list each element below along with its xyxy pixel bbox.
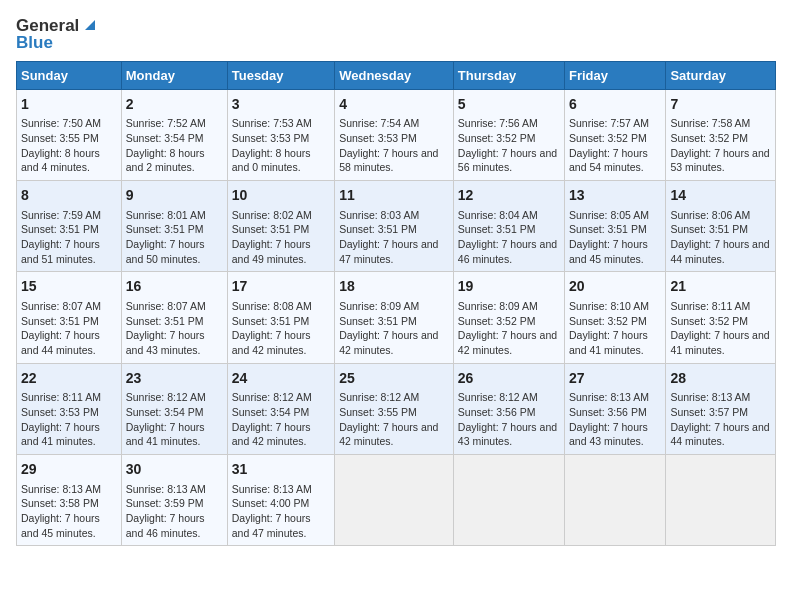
sunset-text: Sunset: 3:51 PM xyxy=(339,223,417,235)
logo: General Blue xyxy=(16,16,101,53)
calendar-cell: 28Sunrise: 8:13 AMSunset: 3:57 PMDayligh… xyxy=(666,363,776,454)
sunrise-text: Sunrise: 7:58 AM xyxy=(670,117,750,129)
calendar-cell: 25Sunrise: 8:12 AMSunset: 3:55 PMDayligh… xyxy=(335,363,454,454)
daylight-text: Daylight: 7 hours and 43 minutes. xyxy=(569,421,648,448)
calendar-cell: 14Sunrise: 8:06 AMSunset: 3:51 PMDayligh… xyxy=(666,181,776,272)
week-row-3: 15Sunrise: 8:07 AMSunset: 3:51 PMDayligh… xyxy=(17,272,776,363)
day-number: 9 xyxy=(126,186,223,206)
sunrise-text: Sunrise: 7:53 AM xyxy=(232,117,312,129)
daylight-text: Daylight: 7 hours and 53 minutes. xyxy=(670,147,769,174)
sunset-text: Sunset: 3:51 PM xyxy=(126,223,204,235)
calendar-cell: 3Sunrise: 7:53 AMSunset: 3:53 PMDaylight… xyxy=(227,89,334,180)
day-number: 27 xyxy=(569,369,661,389)
sunset-text: Sunset: 3:55 PM xyxy=(339,406,417,418)
day-number: 19 xyxy=(458,277,560,297)
sunrise-text: Sunrise: 7:59 AM xyxy=(21,209,101,221)
calendar-cell: 22Sunrise: 8:11 AMSunset: 3:53 PMDayligh… xyxy=(17,363,122,454)
daylight-text: Daylight: 7 hours and 46 minutes. xyxy=(458,238,557,265)
day-number: 15 xyxy=(21,277,117,297)
daylight-text: Daylight: 7 hours and 41 minutes. xyxy=(21,421,100,448)
day-number: 11 xyxy=(339,186,449,206)
daylight-text: Daylight: 7 hours and 44 minutes. xyxy=(670,421,769,448)
sunrise-text: Sunrise: 8:13 AM xyxy=(569,391,649,403)
daylight-text: Daylight: 8 hours and 2 minutes. xyxy=(126,147,205,174)
column-header-monday: Monday xyxy=(121,61,227,89)
calendar-cell: 19Sunrise: 8:09 AMSunset: 3:52 PMDayligh… xyxy=(453,272,564,363)
daylight-text: Daylight: 7 hours and 41 minutes. xyxy=(569,329,648,356)
sunset-text: Sunset: 3:55 PM xyxy=(21,132,99,144)
sunset-text: Sunset: 3:52 PM xyxy=(458,315,536,327)
sunset-text: Sunset: 3:51 PM xyxy=(339,315,417,327)
sunset-text: Sunset: 3:51 PM xyxy=(458,223,536,235)
day-number: 2 xyxy=(126,95,223,115)
calendar-cell: 27Sunrise: 8:13 AMSunset: 3:56 PMDayligh… xyxy=(565,363,666,454)
calendar-cell: 26Sunrise: 8:12 AMSunset: 3:56 PMDayligh… xyxy=(453,363,564,454)
logo-blue: Blue xyxy=(16,34,53,53)
daylight-text: Daylight: 7 hours and 54 minutes. xyxy=(569,147,648,174)
sunset-text: Sunset: 3:59 PM xyxy=(126,497,204,509)
day-number: 1 xyxy=(21,95,117,115)
day-number: 16 xyxy=(126,277,223,297)
calendar-cell: 31Sunrise: 8:13 AMSunset: 4:00 PMDayligh… xyxy=(227,455,334,546)
sunset-text: Sunset: 3:51 PM xyxy=(232,315,310,327)
sunset-text: Sunset: 3:52 PM xyxy=(670,315,748,327)
sunset-text: Sunset: 3:54 PM xyxy=(126,406,204,418)
sunset-text: Sunset: 3:53 PM xyxy=(339,132,417,144)
daylight-text: Daylight: 7 hours and 43 minutes. xyxy=(458,421,557,448)
sunrise-text: Sunrise: 8:10 AM xyxy=(569,300,649,312)
calendar-cell: 1Sunrise: 7:50 AMSunset: 3:55 PMDaylight… xyxy=(17,89,122,180)
day-number: 26 xyxy=(458,369,560,389)
day-number: 21 xyxy=(670,277,771,297)
sunrise-text: Sunrise: 8:13 AM xyxy=(232,483,312,495)
sunset-text: Sunset: 3:51 PM xyxy=(21,223,99,235)
daylight-text: Daylight: 7 hours and 44 minutes. xyxy=(21,329,100,356)
calendar-cell: 30Sunrise: 8:13 AMSunset: 3:59 PMDayligh… xyxy=(121,455,227,546)
day-number: 4 xyxy=(339,95,449,115)
daylight-text: Daylight: 7 hours and 45 minutes. xyxy=(569,238,648,265)
daylight-text: Daylight: 7 hours and 41 minutes. xyxy=(670,329,769,356)
sunset-text: Sunset: 3:56 PM xyxy=(458,406,536,418)
daylight-text: Daylight: 7 hours and 43 minutes. xyxy=(126,329,205,356)
column-header-tuesday: Tuesday xyxy=(227,61,334,89)
sunrise-text: Sunrise: 8:07 AM xyxy=(126,300,206,312)
day-number: 17 xyxy=(232,277,330,297)
calendar-cell: 17Sunrise: 8:08 AMSunset: 3:51 PMDayligh… xyxy=(227,272,334,363)
day-number: 8 xyxy=(21,186,117,206)
sunset-text: Sunset: 3:53 PM xyxy=(21,406,99,418)
calendar-cell: 24Sunrise: 8:12 AMSunset: 3:54 PMDayligh… xyxy=(227,363,334,454)
sunset-text: Sunset: 3:57 PM xyxy=(670,406,748,418)
sunrise-text: Sunrise: 7:52 AM xyxy=(126,117,206,129)
day-number: 3 xyxy=(232,95,330,115)
calendar-cell: 6Sunrise: 7:57 AMSunset: 3:52 PMDaylight… xyxy=(565,89,666,180)
daylight-text: Daylight: 7 hours and 44 minutes. xyxy=(670,238,769,265)
calendar-table: SundayMondayTuesdayWednesdayThursdayFrid… xyxy=(16,61,776,547)
sunset-text: Sunset: 3:54 PM xyxy=(232,406,310,418)
sunset-text: Sunset: 3:51 PM xyxy=(569,223,647,235)
sunrise-text: Sunrise: 8:12 AM xyxy=(232,391,312,403)
sunrise-text: Sunrise: 8:02 AM xyxy=(232,209,312,221)
week-row-2: 8Sunrise: 7:59 AMSunset: 3:51 PMDaylight… xyxy=(17,181,776,272)
sunrise-text: Sunrise: 8:05 AM xyxy=(569,209,649,221)
sunrise-text: Sunrise: 8:07 AM xyxy=(21,300,101,312)
day-number: 24 xyxy=(232,369,330,389)
sunset-text: Sunset: 3:51 PM xyxy=(670,223,748,235)
day-number: 18 xyxy=(339,277,449,297)
day-number: 20 xyxy=(569,277,661,297)
day-number: 13 xyxy=(569,186,661,206)
logo-triangle-icon xyxy=(81,16,101,36)
sunset-text: Sunset: 3:58 PM xyxy=(21,497,99,509)
calendar-cell: 21Sunrise: 8:11 AMSunset: 3:52 PMDayligh… xyxy=(666,272,776,363)
day-number: 6 xyxy=(569,95,661,115)
calendar-cell: 2Sunrise: 7:52 AMSunset: 3:54 PMDaylight… xyxy=(121,89,227,180)
day-number: 10 xyxy=(232,186,330,206)
day-number: 5 xyxy=(458,95,560,115)
sunset-text: Sunset: 3:51 PM xyxy=(232,223,310,235)
daylight-text: Daylight: 7 hours and 47 minutes. xyxy=(339,238,438,265)
calendar-cell: 8Sunrise: 7:59 AMSunset: 3:51 PMDaylight… xyxy=(17,181,122,272)
calendar-cell: 16Sunrise: 8:07 AMSunset: 3:51 PMDayligh… xyxy=(121,272,227,363)
sunrise-text: Sunrise: 8:13 AM xyxy=(21,483,101,495)
calendar-cell: 11Sunrise: 8:03 AMSunset: 3:51 PMDayligh… xyxy=(335,181,454,272)
sunrise-text: Sunrise: 7:50 AM xyxy=(21,117,101,129)
sunset-text: Sunset: 3:52 PM xyxy=(458,132,536,144)
sunrise-text: Sunrise: 8:12 AM xyxy=(126,391,206,403)
